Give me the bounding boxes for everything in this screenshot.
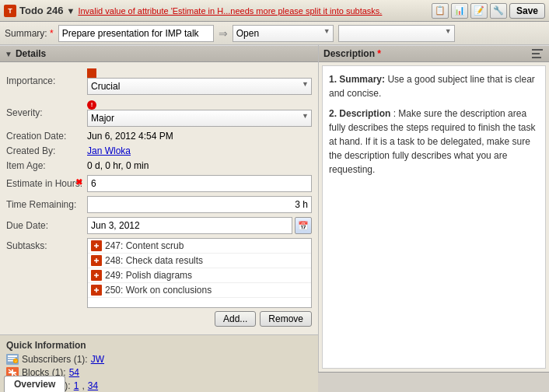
summary-label: Summary: * [5, 28, 54, 39]
subtasks-container: 247: Content scrub 248: Check data resul… [87, 238, 312, 330]
created-by-label: Created By: [6, 145, 84, 156]
svg-rect-13 [8, 355, 17, 357]
quick-info-title: Quick Information [6, 340, 312, 351]
due-date-label: Due Date: [6, 220, 84, 231]
main-content: ▼ Details Importance: Crucial High Mediu… [0, 45, 549, 372]
subtask-icon-247 [91, 240, 102, 251]
creation-date-label: Creation Date: [6, 131, 84, 142]
subtask-icon-249 [91, 270, 102, 281]
subtask-icon-250 [91, 285, 102, 296]
importance-label: Importance: [6, 75, 84, 86]
left-panel: ▼ Details Importance: Crucial High Mediu… [0, 45, 319, 372]
severity-circle-icon: ! [87, 100, 96, 110]
subtask-actions: Add... Remove [87, 308, 312, 330]
time-remaining-input[interactable] [87, 196, 312, 213]
due-date-wrapper: 📅 [87, 217, 312, 234]
list-item[interactable]: 247: Content scrub [88, 239, 311, 254]
ticket-dropdown[interactable]: ▼ [67, 6, 75, 16]
description-title: Description * [323, 48, 527, 59]
details-title: Details [16, 48, 46, 59]
status-select[interactable]: Open In Progress Done Closed [233, 25, 334, 42]
svg-rect-28 [532, 53, 540, 54]
importance-flag-icon [87, 68, 96, 78]
subtasks-list: 247: Content scrub 248: Check data resul… [87, 238, 312, 308]
action-icon-3[interactable]: 📝 [470, 3, 488, 19]
details-section-header[interactable]: ▼ Details [0, 45, 318, 62]
summary-input[interactable] [58, 25, 214, 42]
severity-field-row: ! Major Minor Critical [87, 99, 312, 127]
summary-required: * [50, 28, 54, 39]
action-icon-1[interactable]: 📋 [432, 3, 449, 19]
desc-required: * [377, 48, 381, 59]
extra-field-wrapper [338, 25, 455, 42]
svg-rect-29 [532, 57, 541, 58]
error-message[interactable]: Invalid value of attribute 'Estimate in … [78, 6, 428, 16]
estimate-error-icon: ✖ [75, 177, 82, 187]
title-bar: T Todo 246 ▼ Invalid value of attribute … [0, 0, 549, 22]
subscribers-label: Subscribers (1): [22, 354, 88, 365]
status-wrapper: Open In Progress Done Closed [233, 25, 334, 42]
description-header: Description * [319, 45, 549, 62]
save-button[interactable]: Save [509, 3, 545, 19]
arrow-icon: ⇒ [219, 27, 228, 40]
related-separator: , [82, 380, 84, 391]
subtask-text-247: 247: Content scrub [105, 240, 184, 251]
title-actions: 📋 📊 📝 🔧 Save [432, 3, 545, 19]
ticket-number: 246 [47, 5, 64, 16]
related-value-1[interactable]: 1 [74, 380, 79, 391]
summary-bar: Summary: * ⇒ Open In Progress Done Close… [0, 22, 549, 45]
item-age-label: Item Age: [6, 160, 84, 171]
action-icon-4[interactable]: 🔧 [490, 3, 507, 19]
svg-rect-27 [532, 49, 543, 51]
title-todo: Todo [19, 5, 44, 16]
calendar-button[interactable]: 📅 [295, 217, 312, 234]
remove-button[interactable]: Remove [260, 311, 312, 327]
due-date-input[interactable] [87, 217, 292, 234]
item-age-value: 0 d, 0 hr, 0 min [87, 160, 312, 171]
blocks-value[interactable]: 54 [69, 367, 79, 378]
subscribers-icon: ✓ [6, 354, 19, 365]
importance-select[interactable]: Crucial High Medium Low [87, 78, 312, 95]
subscribers-item: ✓ Subscribers (1): JW [6, 354, 312, 365]
estimate-wrapper: ✖ [87, 175, 312, 192]
details-grid: Importance: Crucial High Medium Low Seve… [0, 62, 318, 334]
subtask-text-249: 249: Polish diagrams [105, 270, 192, 281]
severity-select-wrapper: Major Minor Critical [87, 110, 312, 127]
description-para-1: 1. Summary: Use a good subject line that… [329, 72, 539, 100]
severity-select[interactable]: Major Minor Critical [87, 110, 312, 127]
description-content: 1. Summary: Use a good subject line that… [322, 65, 546, 369]
subtask-text-248: 248: Check data results [105, 255, 203, 266]
importance-select-wrapper: Crucial High Medium Low [87, 78, 312, 95]
todo-icon: T [4, 5, 16, 17]
desc-part1-bold: 1. Summary: [329, 74, 385, 85]
subscribers-value[interactable]: JW [91, 354, 104, 365]
desc-part2-bold: 2. Description [329, 108, 390, 119]
svg-text:✓: ✓ [15, 359, 17, 363]
subtask-icon-248 [91, 255, 102, 266]
subtask-text-250: 250: Work on conclusions [105, 285, 212, 296]
time-remaining-label: Time Remaining: [6, 199, 84, 210]
extra-select[interactable] [338, 25, 455, 42]
description-para-2: 2. Description : Make sure the descripti… [329, 107, 539, 177]
subtasks-label: Subtasks: [6, 238, 84, 251]
severity-label: Severity: [6, 107, 84, 118]
list-item[interactable]: 249: Polish diagrams [88, 268, 311, 283]
add-button[interactable]: Add... [215, 311, 256, 327]
right-panel: Description * 1. Summary: Use a good sub… [319, 45, 549, 372]
tab-overview[interactable]: Overview [4, 376, 65, 392]
estimate-label: Estimate in Hours: [6, 178, 84, 189]
list-item[interactable]: 248: Check data results [88, 254, 311, 268]
created-by-value[interactable]: Jan Wloka [87, 145, 312, 156]
related-value-2[interactable]: 34 [88, 380, 98, 391]
importance-field-row: Crucial High Medium Low [87, 67, 312, 95]
description-action-icon[interactable] [530, 47, 544, 60]
estimate-input[interactable] [87, 175, 312, 192]
collapse-icon: ▼ [5, 50, 12, 58]
creation-date-value: Jun 6, 2012 4:54 PM [87, 131, 312, 142]
action-icon-2[interactable]: 📊 [451, 3, 468, 19]
list-item[interactable]: 250: Work on conclusions [88, 283, 311, 298]
